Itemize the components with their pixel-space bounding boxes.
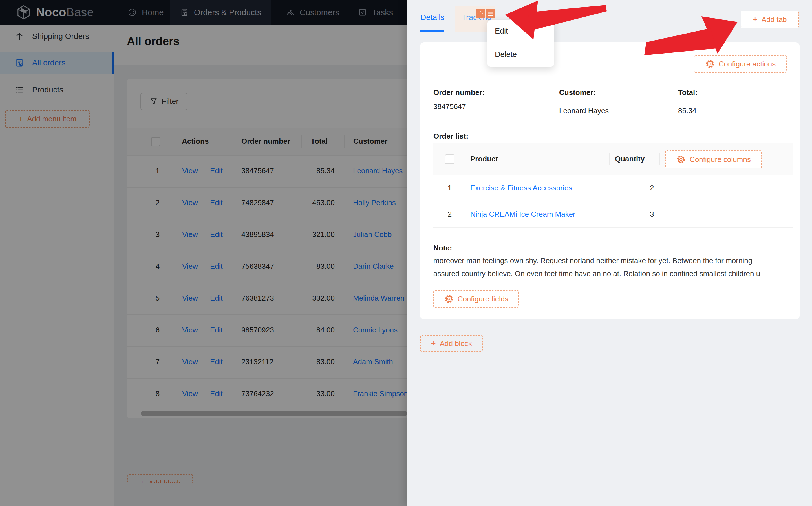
designer-menu-icon[interactable]	[486, 9, 495, 18]
product-link[interactable]: Ninja CREAMi Ice Cream Maker	[470, 210, 576, 219]
modal-dim-overlay[interactable]	[0, 0, 407, 506]
designer-context-menu: Edit Delete	[488, 20, 554, 67]
add-block-button[interactable]: + Add block	[420, 335, 483, 352]
active-tab-underline	[420, 30, 444, 32]
gear-icon	[676, 155, 686, 164]
customer-field-value[interactable]: Leonard Hayes	[559, 106, 609, 115]
details-block: Configure actions Order number: 38475647…	[420, 42, 800, 320]
gear-icon	[705, 59, 715, 69]
row-index: 2	[445, 210, 454, 219]
plus-icon: +	[431, 339, 436, 348]
column-divider	[609, 153, 610, 165]
note-text-line1: moreover man feelings own shy. Request n…	[433, 256, 792, 265]
nocobase-app: NocoBase Home Orders	[0, 0, 812, 506]
customer-field-label: Customer:	[559, 88, 596, 97]
configure-fields-button[interactable]: Configure fields	[433, 290, 519, 308]
add-tab-button[interactable]: + Add tab	[741, 11, 799, 28]
row-index: 1	[445, 184, 454, 192]
order-number-field-value: 38475647	[433, 102, 466, 111]
column-divider	[659, 153, 660, 165]
quantity-cell: 2	[650, 184, 654, 192]
note-field-label: Note:	[433, 244, 452, 252]
tab-details[interactable]: Details	[420, 13, 445, 22]
select-all-checkbox[interactable]	[445, 154, 454, 164]
plus-icon: +	[752, 15, 757, 24]
total-field-value: 85.34	[678, 106, 696, 115]
order-list-row: 1 Exercise & Fitness Accessories 2	[433, 175, 793, 201]
order-list-label: Order list:	[433, 132, 468, 141]
note-text-line2: assured country believe. On even feet ti…	[433, 269, 792, 278]
order-number-field-label: Order number:	[433, 88, 485, 97]
record-details-drawer: Details Tracking + Add tab Edit Delet	[407, 0, 812, 506]
quantity-cell: 3	[650, 210, 654, 219]
menu-item-edit[interactable]: Edit	[488, 20, 554, 42]
drag-move-icon[interactable]	[475, 9, 485, 18]
order-list-row: 2 Ninja CREAMi Ice Cream Maker 3	[433, 201, 793, 228]
total-field-label: Total:	[678, 88, 697, 97]
order-list-table: Product Quantity Configure columns	[433, 143, 793, 228]
column-header-quantity: Quantity	[615, 155, 645, 163]
configure-columns-button[interactable]: Configure columns	[665, 151, 762, 168]
menu-item-delete[interactable]: Delete	[488, 42, 554, 67]
gear-icon	[444, 294, 454, 304]
order-list-header-row: Product Quantity Configure columns	[433, 143, 793, 175]
configure-actions-button[interactable]: Configure actions	[694, 55, 787, 73]
product-link[interactable]: Exercise & Fitness Accessories	[470, 184, 572, 192]
column-header-product: Product	[470, 155, 498, 163]
